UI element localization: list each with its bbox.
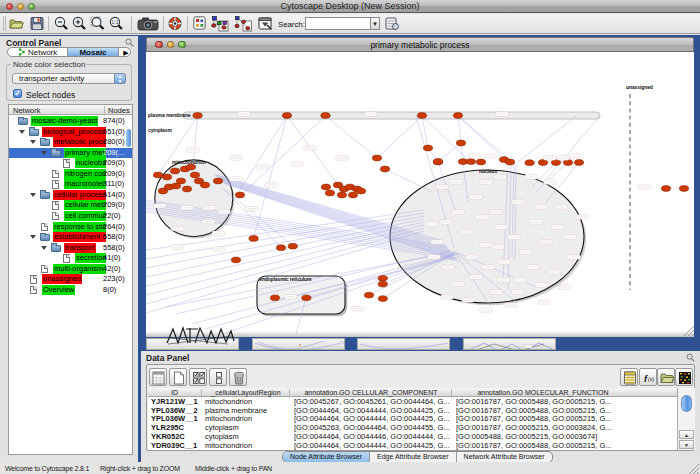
svg-text:1:1: 1:1 xyxy=(112,19,119,25)
svg-text:nucleus: nucleus xyxy=(479,168,498,174)
svg-text:(x): (x) xyxy=(648,376,655,382)
svg-text:cytoplasm: cytoplasm xyxy=(148,127,172,133)
svg-text:unassigned: unassigned xyxy=(626,84,653,90)
svg-text:endoplasmic reticulum: endoplasmic reticulum xyxy=(259,276,312,282)
svg-text:mitochondrion: mitochondrion xyxy=(172,159,206,165)
svg-text:plasma membrane: plasma membrane xyxy=(148,112,191,118)
